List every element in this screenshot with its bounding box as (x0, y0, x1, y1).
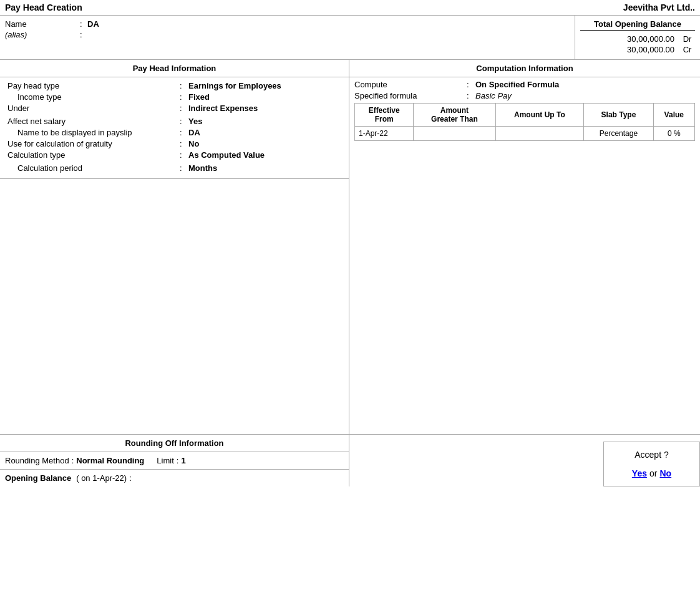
info-value-1: Fixed (188, 92, 210, 102)
info-value-0: Earnings for Employees (188, 81, 281, 90)
formula-value: Basic Pay (475, 91, 512, 100)
pay-head-info-row: Income type : Fixed (5, 92, 344, 102)
bottom-bar: Rounding Off Information Rounding Method… (0, 434, 700, 486)
formula-colon: : (467, 91, 475, 100)
info-label-6: Use for calculation of gratuity (5, 139, 180, 148)
accept-question: Accept ? (609, 450, 694, 460)
info-label-4: Affect net salary (5, 117, 180, 126)
info-label-1: Income type (5, 92, 180, 102)
bottom-right-section: Accept ? Yes or No (349, 435, 700, 486)
col-slab-type: Slab Type (584, 104, 653, 127)
alias-label: (alias) (5, 30, 80, 39)
info-colon-7: : (180, 150, 188, 160)
accept-yes-button[interactable]: Yes (632, 468, 647, 478)
name-row: Name : DA (5, 19, 570, 29)
rounding-off-title: Rounding Off Information (0, 435, 349, 452)
slab-table: EffectiveFrom AmountGreater Than Amount … (354, 103, 695, 141)
dr-label: Dr (679, 34, 695, 44)
formula-row: Specified formula : Basic Pay (354, 91, 695, 100)
info-colon-9: : (180, 163, 188, 173)
info-value-7: As Computed Value (188, 150, 265, 160)
accept-no-button[interactable]: No (659, 468, 671, 478)
total-opening-balance-title: Total Opening Balance (580, 19, 695, 31)
slab-amount-greater-0 (414, 127, 495, 141)
accept-or-text: or (649, 468, 657, 478)
pay-head-info-section: Pay head type : Earnings for Employees I… (0, 77, 349, 179)
info-colon-0: : (180, 81, 188, 90)
total-opening-balance-section: Total Opening Balance 30,00,000.00 Dr 30… (575, 16, 700, 59)
slab-header-row: EffectiveFrom AmountGreater Than Amount … (355, 104, 695, 127)
info-label-7: Calculation type (5, 150, 180, 160)
rounding-method-group: Rounding Method : Normal Rounding (5, 456, 144, 465)
opening-balance-colon: : (129, 473, 132, 483)
opening-balance-row: Opening Balance ( on 1-Apr-22) : (0, 469, 349, 486)
info-label-5: Name to be displayed in payslip (5, 128, 180, 137)
opening-balance-label: Opening Balance (5, 473, 71, 483)
dr-amount: 30,00,000.00 (606, 34, 674, 44)
page-header: Pay Head Creation Jeevitha Pvt Ltd.. (0, 0, 700, 16)
info-value-5: DA (188, 128, 200, 137)
info-label-0: Pay head type (5, 81, 180, 90)
bottom-left-section: Rounding Off Information Rounding Method… (0, 435, 349, 486)
info-value-6: No (188, 139, 199, 148)
info-value-4: Yes (188, 117, 202, 126)
company-name: Jeevitha Pvt Ltd.. (623, 2, 695, 12)
rounding-limit-colon: : (177, 456, 179, 465)
pay-head-info-row: Calculation period : Months (5, 163, 344, 173)
col-value: Value (653, 104, 694, 127)
pay-head-info-row: Under : Indirect Expenses (5, 104, 344, 113)
info-colon-5: : (180, 128, 188, 137)
left-panel: Pay Head Information Pay head type : Ear… (0, 60, 349, 434)
cr-balance-row: 30,00,000.00 Cr (580, 45, 695, 54)
info-colon-2: : (180, 104, 188, 113)
slab-slab-type-0: Percentage (584, 127, 653, 141)
alias-row: (alias) : (5, 30, 570, 39)
info-label-2: Under (5, 104, 180, 113)
info-colon-4: : (180, 117, 188, 126)
compute-colon: : (467, 80, 475, 89)
col-effective-from: EffectiveFrom (355, 104, 414, 127)
rounding-limit-group: Limit : 1 (157, 456, 185, 465)
slab-effective-from-0: 1-Apr-22 (355, 127, 414, 141)
info-value-2: Indirect Expenses (188, 104, 258, 113)
formula-label: Specified formula (354, 91, 467, 100)
compute-row: Compute : On Specified Formula (354, 80, 695, 89)
pay-head-info-row: Name to be displayed in payslip : DA (5, 128, 344, 137)
pay-head-info-title: Pay Head Information (0, 60, 349, 77)
info-label-9: Calculation period (5, 163, 180, 173)
computation-info-title: Computation Information (349, 60, 700, 77)
rounding-method-label: Rounding Method (5, 456, 69, 465)
rounding-method-colon: : (72, 456, 74, 465)
pay-head-info-row: Use for calculation of gratuity : No (5, 139, 344, 148)
computation-info-section: Compute : On Specified Formula Specified… (349, 77, 700, 143)
pay-head-info-row: Affect net salary : Yes (5, 117, 344, 126)
name-colon: : (80, 19, 87, 29)
cr-amount: 30,00,000.00 (606, 45, 674, 54)
alias-colon: : (80, 30, 87, 39)
accept-dialog: Accept ? Yes or No (603, 442, 700, 486)
compute-label: Compute (354, 80, 467, 89)
compute-value: On Specified Formula (475, 80, 559, 89)
name-value: DA (87, 19, 99, 29)
accept-buttons: Yes or No (609, 468, 694, 478)
col-amount-up-to: Amount Up To (495, 104, 584, 127)
rounding-method-value: Normal Rounding (76, 456, 144, 465)
slab-data-row: 1-Apr-22 Percentage 0 % (355, 127, 695, 141)
name-alias-section: Name : DA (alias) : (0, 16, 575, 59)
col-amount-greater: AmountGreater Than (414, 104, 495, 127)
middle-content: Pay Head Information Pay head type : Ear… (0, 60, 700, 434)
rounding-info-content: Rounding Method : Normal Rounding Limit … (0, 452, 349, 469)
slab-value-0: 0 % (653, 127, 694, 141)
dr-balance-row: 30,00,000.00 Dr (580, 34, 695, 44)
rounding-limit-label: Limit (157, 456, 173, 465)
info-value-9: Months (188, 163, 217, 173)
name-label: Name (5, 19, 80, 29)
right-panel: Computation Information Compute : On Spe… (349, 60, 700, 434)
rounding-limit-value: 1 (181, 456, 185, 465)
top-info-area: Name : DA (alias) : Total Opening Balanc… (0, 16, 700, 60)
cr-label: Cr (679, 45, 695, 54)
opening-balance-date: ( on 1-Apr-22) (76, 473, 127, 483)
pay-head-info-row: Calculation type : As Computed Value (5, 150, 344, 160)
pay-head-info-row: Pay head type : Earnings for Employees (5, 81, 344, 90)
page-title: Pay Head Creation (5, 2, 82, 12)
